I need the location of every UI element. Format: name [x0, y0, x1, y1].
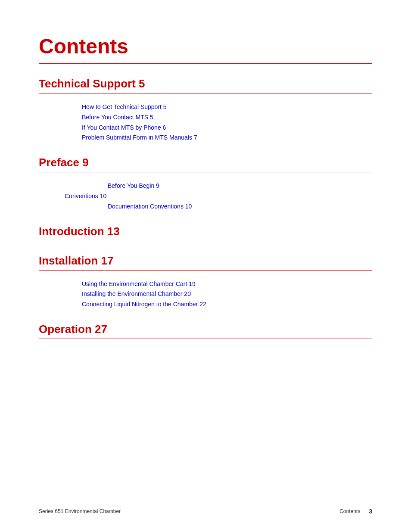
section-divider-technical-support — [39, 93, 372, 93]
toc-entry-if-you-contact-mts-by-phone[interactable]: If You Contact MTS by Phone 6 — [82, 123, 372, 133]
footer-document-title: Series 651 Environmental Chamber — [39, 508, 121, 514]
section-heading-operation: Operation 27 — [39, 323, 372, 336]
section-divider-installation — [39, 270, 372, 271]
toc-entry-before-you-contact-mts[interactable]: Before You Contact MTS 5 — [82, 112, 372, 123]
toc-entry-installing-chamber[interactable]: Installing the Environmental Chamber 20 — [82, 289, 372, 299]
toc-entry-connecting-liquid-nitrogen[interactable]: Connecting Liquid Nitrogen to the Chambe… — [82, 299, 372, 310]
section-heading-installation: Installation 17 — [39, 254, 372, 268]
page-title: Contents — [39, 34, 372, 58]
footer-section-label: Contents — [339, 508, 360, 514]
section-preface: Preface 9 Before You Begin 9 Conventions… — [39, 156, 372, 212]
section-operation: Operation 27 — [39, 323, 372, 339]
section-technical-support: Technical Support 5 How to Get Technical… — [39, 77, 372, 143]
section-introduction: Introduction 13 — [39, 225, 372, 241]
footer: Series 651 Environmental Chamber Content… — [39, 508, 372, 515]
section-divider-introduction — [39, 241, 372, 241]
section-divider-operation — [39, 339, 372, 339]
toc-entries-technical-support: How to Get Technical Support 5 Before Yo… — [82, 102, 372, 143]
toc-entry-before-you-begin[interactable]: Before You Begin 9 — [108, 181, 372, 191]
toc-entry-conventions[interactable]: Conventions 10 — [65, 191, 372, 202]
title-divider — [39, 63, 372, 64]
toc-entries-installation: Using the Environmental Chamber Cart 19 … — [82, 279, 372, 310]
section-heading-preface: Preface 9 — [39, 156, 372, 169]
toc-entry-how-to-get-technical-support[interactable]: How to Get Technical Support 5 — [82, 102, 372, 112]
section-installation: Installation 17 Using the Environmental … — [39, 254, 372, 310]
footer-right: Contents 3 — [339, 508, 372, 515]
footer-page-number: 3 — [369, 508, 372, 515]
toc-entry-using-chamber-cart[interactable]: Using the Environmental Chamber Cart 19 — [82, 279, 372, 289]
section-divider-preface — [39, 172, 372, 172]
toc-entry-documentation-conventions[interactable]: Documentation Conventions 10 — [108, 202, 372, 212]
toc-entry-problem-submittal-form[interactable]: Problem Submittal Form in MTS Manuals 7 — [82, 133, 372, 143]
section-heading-technical-support: Technical Support 5 — [39, 77, 372, 90]
page: Contents Technical Support 5 How to Get … — [0, 0, 411, 532]
section-heading-introduction: Introduction 13 — [39, 225, 372, 238]
toc-entries-preface: Before You Begin 9 Conventions 10 Docume… — [65, 181, 372, 212]
